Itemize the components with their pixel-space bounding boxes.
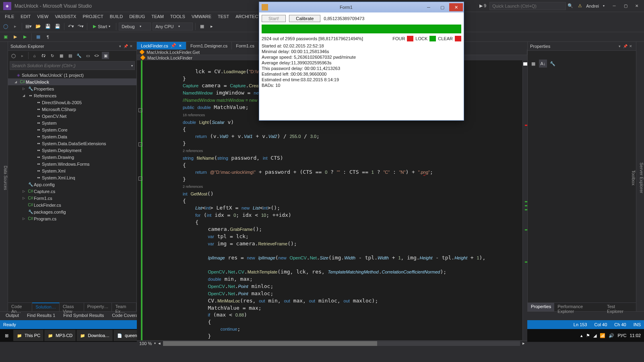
- file-node[interactable]: ▷C#Capture.cs: [8, 188, 136, 195]
- form1-min-button[interactable]: ─: [422, 3, 436, 11]
- undo-button[interactable]: ↶▾: [67, 23, 75, 31]
- tab-solution-explorer[interactable]: Solution…: [32, 302, 60, 311]
- scrollbar-minimap[interactable]: [522, 60, 527, 340]
- redo-button[interactable]: ↷▾: [76, 23, 85, 31]
- solution-node[interactable]: ◈Solution 'MacUnlock' (1 project): [8, 72, 136, 78]
- ref-node[interactable]: ▪▪System.Data.DataSetExtensions: [8, 140, 136, 147]
- ref-node[interactable]: ▪▪System: [8, 119, 136, 126]
- ref-node[interactable]: ▪▪System.Xml.Linq: [8, 174, 136, 181]
- exp-preview-icon[interactable]: ▭: [84, 52, 91, 59]
- tab-output[interactable]: Output: [2, 312, 23, 320]
- menu-view[interactable]: VIEW: [34, 13, 52, 20]
- tab-properties[interactable]: Properties: [528, 303, 554, 311]
- toolbox-tab[interactable]: Toolbox: [631, 44, 636, 311]
- extra-btn-1[interactable]: ▦: [198, 23, 206, 31]
- search-dropdown-icon[interactable]: ▾: [131, 64, 133, 68]
- taskbar-item[interactable]: 📁Downloa…: [76, 330, 113, 341]
- data-sources-tab[interactable]: Data Sources: [0, 42, 8, 311]
- form1-close-button[interactable]: ✕: [449, 3, 463, 11]
- exp-fwd-icon[interactable]: ▸: [19, 52, 26, 59]
- exp-home-icon[interactable]: ⌂: [31, 52, 38, 59]
- panel-close-icon[interactable]: ✕: [128, 44, 134, 48]
- prop-dropdown-icon[interactable]: ▾: [617, 44, 622, 48]
- menu-vassistx[interactable]: VASSISTX: [52, 13, 79, 20]
- prop-pin-icon[interactable]: 📌: [622, 44, 628, 48]
- tb2-btn-4[interactable]: ▦: [34, 33, 42, 41]
- properties-node[interactable]: ▷🔧Properties: [8, 85, 136, 92]
- ref-node[interactable]: ▪▪System.Xml: [8, 167, 136, 174]
- tray-shield-icon[interactable]: ◢: [593, 333, 597, 338]
- tray-flag-icon[interactable]: ⚑: [586, 333, 590, 338]
- ref-node[interactable]: ▪▪System.Windows.Forms: [8, 160, 136, 167]
- editor-tab-designer[interactable]: Form1.Designer.cs: [186, 42, 232, 49]
- menu-debug[interactable]: DEBUG: [126, 13, 148, 20]
- editor-tab-form1[interactable]: Form1.cs: [232, 42, 259, 49]
- new-project-button[interactable]: ▤▾: [25, 23, 33, 31]
- menu-build[interactable]: BUILD: [107, 13, 126, 20]
- config-select[interactable]: Debug: [119, 23, 151, 31]
- quick-launch-input[interactable]: [489, 2, 566, 10]
- tab-code-analysis[interactable]: Code An…: [8, 303, 32, 311]
- menu-team[interactable]: TEAM: [148, 13, 167, 20]
- explorer-search[interactable]: ▾: [10, 61, 135, 70]
- prop-alpha-icon[interactable]: A↓: [539, 60, 547, 68]
- menu-edit[interactable]: EDIT: [17, 13, 34, 20]
- tab-team-explorer[interactable]: Team Ex…: [112, 303, 136, 311]
- tray-lang[interactable]: РУС: [617, 333, 626, 338]
- start-button[interactable]: ▶Start▾: [90, 24, 114, 29]
- save-button[interactable]: 💾: [44, 23, 52, 31]
- tray-network-icon[interactable]: 📶: [600, 333, 605, 338]
- file-node[interactable]: 🔧App.config: [8, 181, 136, 188]
- scroll-right-icon[interactable]: ▸: [522, 341, 525, 346]
- exp-refresh-icon[interactable]: ↻: [49, 52, 56, 59]
- start-menu-button[interactable]: ⊞: [0, 329, 13, 342]
- zoom-level[interactable]: 100 %: [139, 341, 152, 346]
- tab-perf-explorer[interactable]: Performance Explorer: [554, 303, 604, 311]
- exp-hier-icon[interactable]: ▣: [102, 52, 109, 59]
- prop-wrench-icon[interactable]: 🔧: [549, 60, 557, 68]
- breadcrumb[interactable]: MacUnlock.LockFinder: [147, 56, 192, 60]
- ref-node[interactable]: ▪▪DirectShowLib-2005: [8, 99, 136, 106]
- tray-volume-icon[interactable]: 🔊: [609, 333, 614, 338]
- form1-window[interactable]: Form1 ─ ▢ ✕ Start! Calibrate 0,851235389…: [259, 2, 464, 121]
- platform-select[interactable]: Any CPU: [153, 23, 193, 31]
- close-button[interactable]: ✕: [631, 2, 642, 10]
- ref-node[interactable]: ▪▪Microsoft.CSharp: [8, 106, 136, 113]
- nav-fwd-button[interactable]: ▸: [11, 23, 19, 31]
- menu-file[interactable]: FILE: [2, 13, 17, 20]
- server-explorer-tab[interactable]: Server Explorer: [639, 44, 644, 311]
- explorer-search-input[interactable]: [12, 63, 131, 68]
- maximize-button[interactable]: ▢: [620, 2, 631, 10]
- exp-collapse-icon[interactable]: ▦: [58, 52, 65, 59]
- form1-calibrate-button[interactable]: Calibrate: [289, 15, 320, 22]
- file-node[interactable]: ▷C#Program.cs: [8, 215, 136, 222]
- exp-show-icon[interactable]: ▤: [66, 52, 74, 59]
- warning-icon[interactable]: ⚠: [578, 3, 582, 8]
- editor-tab-lockfinder[interactable]: LockFinder.cs📌✕: [137, 42, 186, 49]
- tab-property-manager[interactable]: Property…: [84, 303, 112, 311]
- prop-cat-icon[interactable]: ▦: [529, 60, 537, 68]
- file-node[interactable]: 🔧packages.config: [8, 208, 136, 215]
- tab-find-symbol[interactable]: Find Symbol Results: [59, 312, 108, 320]
- exp-back-icon[interactable]: ◯: [10, 52, 17, 59]
- h-scrollbar[interactable]: [163, 341, 520, 346]
- exp-sync-icon[interactable]: 🗘: [40, 52, 47, 59]
- ref-node[interactable]: ▪▪System.Core: [8, 126, 136, 133]
- project-node[interactable]: ◢C#MacUnlock: [8, 78, 136, 85]
- taskbar-item[interactable]: 📁This PC: [13, 330, 43, 341]
- user-name[interactable]: Andrei: [586, 4, 599, 8]
- tb2-btn-5[interactable]: ¶: [44, 33, 52, 41]
- exp-prop-icon[interactable]: 🔧: [75, 52, 83, 59]
- tab-class-view[interactable]: Class View: [60, 303, 84, 311]
- ref-node[interactable]: ▪▪OpenCV.Net: [8, 113, 136, 119]
- tb2-btn-1[interactable]: ▣: [2, 33, 10, 41]
- tray-clock[interactable]: 11:02: [630, 333, 641, 338]
- open-button[interactable]: 📂: [34, 23, 42, 31]
- file-node[interactable]: ▷C#Form1.cs: [8, 195, 136, 202]
- nav-back-button[interactable]: ◯: [2, 23, 10, 31]
- tb2-btn-3[interactable]: ▶: [21, 33, 29, 41]
- tray-chevron-icon[interactable]: ▴: [580, 333, 583, 338]
- references-node[interactable]: ◢▪▪References: [8, 92, 136, 99]
- close-tab-icon[interactable]: ✕: [179, 44, 182, 48]
- minimize-button[interactable]: ─: [609, 2, 620, 10]
